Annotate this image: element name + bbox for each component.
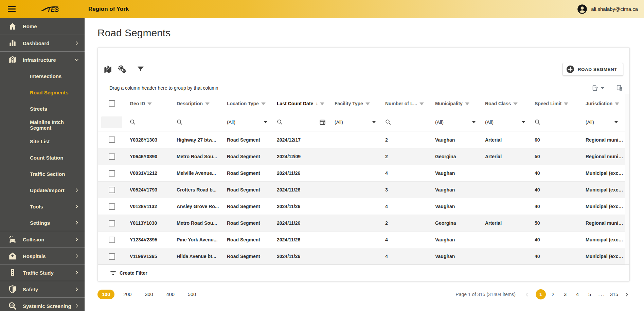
page-button-5[interactable]: 5 bbox=[585, 289, 595, 299]
cell-speed-limit: 40 bbox=[531, 187, 582, 193]
sidebar-subitem-settings[interactable]: Settings bbox=[0, 215, 85, 231]
page-size-500[interactable]: 500 bbox=[183, 290, 200, 299]
export-caret-icon[interactable] bbox=[601, 87, 604, 89]
row-checkbox[interactable] bbox=[109, 203, 115, 210]
sidebar-subitem-mainline-intch-segment[interactable]: Mainline Intch Segment bbox=[0, 117, 85, 133]
filter-cell-road-class[interactable]: (All) bbox=[481, 120, 531, 125]
page-size-100[interactable]: 100 bbox=[97, 290, 114, 299]
cell-value: 40 bbox=[535, 187, 540, 193]
select-all-checkbox[interactable] bbox=[109, 100, 115, 107]
row-checkbox[interactable] bbox=[109, 253, 115, 260]
header-filter-icon[interactable] bbox=[564, 102, 568, 105]
gears-icon[interactable] bbox=[117, 65, 127, 74]
column-header-geo-id[interactable]: Geo ID bbox=[126, 101, 173, 106]
dropdown-caret-icon[interactable] bbox=[372, 121, 376, 123]
sidebar-item-systemic-screening[interactable]: Systemic Screening bbox=[0, 297, 85, 311]
page-size-300[interactable]: 300 bbox=[140, 290, 157, 299]
calendar-icon[interactable] bbox=[319, 119, 326, 125]
filter-cell-speed-limit[interactable] bbox=[531, 119, 582, 125]
row-checkbox[interactable] bbox=[109, 136, 115, 143]
header-filter-icon[interactable] bbox=[320, 102, 324, 105]
map-tool-icon[interactable] bbox=[103, 65, 112, 74]
sidebar-subitem-traffic-section[interactable]: Traffic Section bbox=[0, 166, 85, 182]
header-filter-icon[interactable] bbox=[147, 102, 152, 105]
user-email[interactable]: ali.shalaby@cima.ca bbox=[591, 6, 638, 12]
sidebar-item-home[interactable]: Home bbox=[0, 18, 85, 35]
header-filter-icon[interactable] bbox=[419, 102, 424, 105]
menu-toggle-icon[interactable] bbox=[6, 5, 17, 14]
cell-value: 2024/11/26 bbox=[277, 170, 300, 176]
sidebar-item-collision[interactable]: Collision bbox=[0, 231, 85, 248]
cell-speed-limit: 50 bbox=[531, 220, 582, 226]
column-header-municipality[interactable]: Municipality bbox=[431, 101, 481, 106]
sidebar-item-traffic-study[interactable]: Traffic Study bbox=[0, 264, 85, 281]
cell-value: Regional munici... bbox=[586, 154, 623, 159]
column-chooser-icon[interactable] bbox=[616, 84, 623, 92]
column-header-number-of-l[interactable]: Number of L... bbox=[381, 101, 431, 106]
sidebar-subitem-count-station[interactable]: Count Station bbox=[0, 149, 85, 166]
filter-cell-facility-type[interactable]: (All) bbox=[330, 120, 381, 125]
cell-description: Metro Road Sou... bbox=[173, 220, 223, 226]
filter-cell-description[interactable] bbox=[173, 119, 223, 125]
column-header-location-type[interactable]: Location Type bbox=[223, 101, 273, 106]
cell-value: Vaughan bbox=[435, 187, 455, 193]
filter-cell-location-type[interactable]: (All) bbox=[223, 120, 273, 125]
header-filter-icon[interactable] bbox=[615, 102, 619, 105]
vertical-scrollbar[interactable] bbox=[625, 94, 629, 264]
dropdown-caret-icon[interactable] bbox=[522, 121, 525, 123]
header-filter-icon[interactable] bbox=[205, 102, 210, 105]
row-checkbox[interactable] bbox=[109, 237, 115, 243]
user-avatar-icon[interactable] bbox=[577, 4, 587, 14]
dropdown-caret-icon[interactable] bbox=[472, 121, 476, 123]
export-icon[interactable] bbox=[591, 84, 599, 92]
header-filter-icon[interactable] bbox=[261, 102, 266, 105]
header-filter-icon[interactable] bbox=[365, 102, 370, 105]
page-button-4[interactable]: 4 bbox=[572, 289, 583, 299]
sidebar-item-hospitals[interactable]: Hospitals bbox=[0, 248, 85, 264]
row-checkbox[interactable] bbox=[109, 187, 115, 193]
sidebar-subitem-intersections[interactable]: Intersections bbox=[0, 68, 85, 84]
page-button-2[interactable]: 2 bbox=[548, 289, 558, 299]
column-header-description[interactable]: Description bbox=[173, 101, 223, 106]
column-header-speed-limit[interactable]: Speed Limit bbox=[531, 101, 582, 106]
row-checkbox[interactable] bbox=[109, 170, 115, 177]
header-filter-icon[interactable] bbox=[513, 102, 518, 105]
sidebar-item-safety[interactable]: Safety bbox=[0, 281, 85, 297]
filter-cell-jurisdiction[interactable]: (All) bbox=[582, 120, 629, 125]
next-page-icon[interactable] bbox=[624, 292, 630, 297]
page-button-3[interactable]: 3 bbox=[560, 289, 570, 299]
column-header-last-count-date[interactable]: Last Count Date↓ bbox=[273, 101, 330, 106]
select-all-cell bbox=[98, 100, 126, 107]
row-checkbox[interactable] bbox=[109, 220, 115, 226]
column-header-facility-type[interactable]: Facility Type bbox=[330, 101, 381, 106]
page-button-315[interactable]: 315 bbox=[609, 289, 619, 299]
sidebar-subitem-site-list[interactable]: Site List bbox=[0, 133, 85, 149]
add-road-segment-button[interactable]: ROAD SEGMENT bbox=[562, 63, 623, 76]
chevron-down-icon bbox=[74, 57, 79, 62]
sidebar-subitem-label: Mainline Intch Segment bbox=[30, 119, 79, 131]
search-icon bbox=[277, 119, 283, 125]
prev-page-icon[interactable] bbox=[524, 292, 530, 297]
sidebar-subitem-streets[interactable]: Streets bbox=[0, 100, 85, 117]
page-button-1[interactable]: 1 bbox=[536, 289, 546, 299]
column-header-road-class[interactable]: Road Class bbox=[481, 101, 531, 106]
filter-cell-municipality[interactable]: (All) bbox=[431, 120, 481, 125]
cell-jurisdiction: Regional munici... bbox=[582, 220, 629, 226]
filter-funnel-icon[interactable] bbox=[137, 65, 145, 73]
filter-cell-geo-id[interactable] bbox=[126, 119, 173, 125]
dropdown-caret-icon[interactable] bbox=[614, 121, 618, 123]
sidebar-subitem-update-import[interactable]: Update/Import bbox=[0, 182, 85, 198]
dropdown-caret-icon[interactable] bbox=[264, 121, 267, 123]
sidebar-subitem-tools[interactable]: Tools bbox=[0, 198, 85, 215]
filter-cell-number-of-l[interactable] bbox=[381, 119, 431, 125]
sidebar-subitem-road-segments[interactable]: Road Segments bbox=[0, 84, 85, 100]
filter-cell-last-count-date[interactable] bbox=[273, 119, 330, 125]
header-filter-icon[interactable] bbox=[465, 102, 469, 105]
sidebar-item-dashboard[interactable]: Dashboard bbox=[0, 35, 85, 51]
column-header-jurisdiction[interactable]: Jurisdiction bbox=[582, 101, 629, 106]
sidebar-item-infrastructure[interactable]: Infrastructure bbox=[0, 51, 85, 68]
page-size-200[interactable]: 200 bbox=[119, 290, 136, 299]
page-size-400[interactable]: 400 bbox=[162, 290, 179, 299]
create-filter-button[interactable]: Create Filter bbox=[98, 264, 629, 281]
row-checkbox[interactable] bbox=[109, 153, 115, 160]
